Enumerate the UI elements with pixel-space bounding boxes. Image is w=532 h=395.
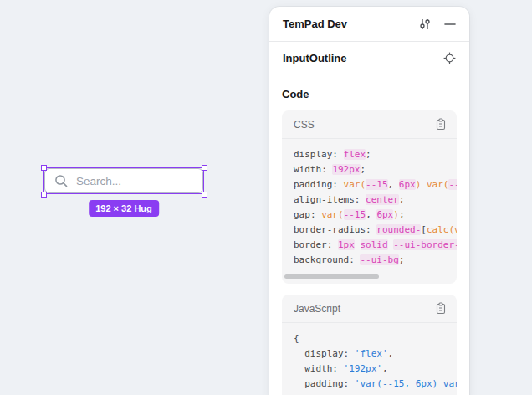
code-section: Code CSS display: flex;width: 192px;padd… (269, 74, 469, 395)
code-section-title: Code (282, 88, 457, 100)
sliders-icon[interactable] (418, 18, 432, 31)
minimize-icon[interactable] (444, 18, 456, 30)
magnifier-icon (54, 174, 69, 188)
tempad-dev-panel: TemPad Dev InputOutline (269, 7, 469, 395)
search-input-placeholder: Search... (76, 175, 121, 187)
javascript-code-block: JavaScript { display: 'flex', width: '19… (282, 295, 457, 395)
clipboard-copy-icon[interactable] (435, 118, 447, 131)
selection-handle-bottom-right[interactable] (202, 192, 207, 198)
javascript-block-label: JavaScript (294, 303, 435, 315)
search-input[interactable]: Search... (44, 168, 203, 193)
panel-title: TemPad Dev (283, 18, 418, 30)
clipboard-copy-icon[interactable] (435, 302, 447, 315)
size-badge: 192 × 32 Hug (89, 200, 159, 217)
panel-header: TemPad Dev (269, 7, 469, 42)
javascript-code-text: { display: 'flex', width: '192px', paddi… (282, 323, 457, 395)
javascript-block-header: JavaScript (282, 295, 457, 323)
horizontal-scrollbar (284, 274, 447, 279)
selected-node-name: InputOutline (283, 52, 443, 64)
crosshair-target-icon[interactable] (443, 52, 456, 64)
css-block-label: CSS (294, 119, 435, 131)
css-block-header: CSS (282, 110, 457, 139)
selected-node-row: InputOutline (269, 42, 469, 74)
horizontal-scrollbar-thumb[interactable] (284, 274, 379, 279)
css-code-block: CSS display: flex;width: 192px;padding: … (282, 110, 457, 284)
css-code-text: display: flex;width: 192px;padding: var(… (282, 139, 457, 271)
